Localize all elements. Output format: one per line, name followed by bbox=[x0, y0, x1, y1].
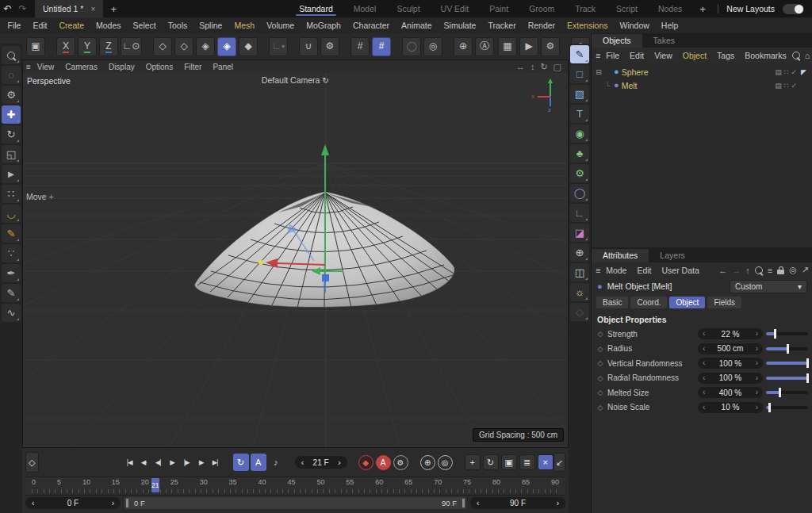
workplane-mode-button[interactable]: ∟▪ bbox=[269, 37, 288, 56]
expander-icon[interactable]: ⊟ bbox=[595, 68, 603, 76]
menu-item[interactable]: Window bbox=[614, 21, 655, 30]
target-icon[interactable]: ◎ bbox=[789, 265, 797, 275]
next-frame-button[interactable]: |▶ bbox=[180, 454, 193, 471]
record-position-button[interactable]: ⊕ bbox=[420, 455, 435, 470]
make-editable-button[interactable]: ▣ bbox=[26, 37, 45, 56]
dope-sheet-button[interactable]: ↙ bbox=[553, 453, 565, 472]
loop-playback-button[interactable]: ↻ bbox=[233, 454, 249, 471]
tweak-selection-button[interactable]: ⚙ bbox=[2, 86, 21, 104]
home-icon[interactable]: ⌂ bbox=[805, 51, 810, 60]
decrement-icon[interactable]: ‹ bbox=[703, 389, 705, 396]
range-end-value[interactable]: 90 F bbox=[510, 499, 526, 507]
add-layout-button[interactable]: + bbox=[692, 3, 713, 15]
field-button[interactable]: ◯ bbox=[570, 184, 589, 202]
enabled-check-icon[interactable]: ✓ bbox=[791, 68, 797, 76]
rotation-track-button[interactable]: ↻ bbox=[483, 454, 499, 470]
layer-stack-icon[interactable]: ▤ bbox=[775, 82, 782, 90]
keyframe-selection-button[interactable]: ⚙ bbox=[393, 455, 408, 470]
om-menu-item[interactable]: Object bbox=[678, 51, 711, 60]
attr-menu-item[interactable]: Edit bbox=[632, 266, 656, 275]
autokeying-button[interactable]: A bbox=[376, 455, 391, 470]
property-slider[interactable] bbox=[766, 402, 808, 413]
property-slider[interactable] bbox=[766, 373, 808, 384]
slider-thumb[interactable] bbox=[768, 403, 771, 412]
layout-tab[interactable]: Groom bbox=[519, 0, 565, 17]
current-frame-value[interactable]: 21 F bbox=[313, 458, 329, 467]
property-value-spinner[interactable]: ‹ 500 cm › bbox=[698, 343, 763, 354]
property-value[interactable]: 10 % bbox=[722, 403, 740, 412]
axis-modify-button[interactable]: ◯ bbox=[402, 37, 421, 56]
new-document-tab-button[interactable]: + bbox=[103, 3, 124, 15]
layout-tab[interactable]: Track bbox=[565, 0, 606, 17]
property-slider[interactable] bbox=[766, 387, 808, 398]
lock-x-axis-button[interactable]: X bbox=[56, 37, 75, 56]
increment-icon[interactable]: › bbox=[756, 345, 758, 353]
auto-snap-button[interactable]: Ⓐ bbox=[475, 37, 494, 56]
property-value[interactable]: 400 % bbox=[719, 389, 741, 397]
keyframe-diamond-icon[interactable]: ◇ bbox=[596, 330, 604, 338]
viewport-menu-item[interactable]: Panel bbox=[208, 63, 238, 71]
menu-item[interactable]: Character bbox=[347, 21, 395, 30]
prev-key-button[interactable]: ◀∙ bbox=[137, 454, 151, 471]
menu-item[interactable]: Create bbox=[53, 21, 90, 30]
menu-item[interactable]: MoGraph bbox=[301, 21, 347, 30]
polygons-mode-button[interactable]: ◈ bbox=[196, 37, 215, 56]
keyframe-diamond-icon[interactable]: ◇ bbox=[596, 359, 604, 367]
redo-icon[interactable]: ↷ bbox=[15, 3, 30, 14]
axis-center-button[interactable]: ◎ bbox=[423, 37, 442, 56]
layout-tab[interactable]: Script bbox=[606, 0, 648, 17]
layer-stack-icon[interactable]: ▤ bbox=[775, 68, 782, 76]
section-tab[interactable]: Object bbox=[669, 297, 705, 308]
viewport-menu-item[interactable]: Options bbox=[141, 63, 178, 71]
object-name[interactable]: Sphere bbox=[622, 67, 649, 77]
environment-button[interactable]: ⊕ bbox=[570, 243, 589, 262]
prev-frame-button[interactable]: ◀| bbox=[151, 454, 165, 471]
keyframe-diamond-icon[interactable]: ◇ bbox=[596, 345, 604, 353]
property-value[interactable]: 500 cm bbox=[718, 344, 744, 353]
menu-item[interactable]: Extensions bbox=[561, 21, 614, 30]
scale-tool-button[interactable]: ◱ bbox=[2, 145, 21, 163]
layout-tab[interactable]: Standard bbox=[289, 0, 343, 17]
keyframe-diamond-icon[interactable]: ◇ bbox=[596, 404, 604, 412]
decrement-icon[interactable]: ‹ bbox=[703, 359, 705, 367]
layout-tab[interactable]: Nodes bbox=[648, 0, 692, 17]
decrement-icon[interactable]: ‹ bbox=[703, 330, 705, 338]
panel-tab[interactable]: Attributes bbox=[592, 249, 649, 262]
quantize-grid-button[interactable]: # bbox=[372, 37, 391, 56]
set-keyframe-button[interactable]: ◇ bbox=[25, 452, 39, 473]
snap-magnet-button[interactable]: ∪ bbox=[299, 37, 318, 56]
filter-icon[interactable]: ≡ bbox=[768, 266, 772, 275]
new-layouts-button[interactable]: New Layouts bbox=[723, 4, 778, 13]
brush-tool-button[interactable]: ✒ bbox=[2, 264, 21, 282]
property-slider[interactable] bbox=[766, 343, 808, 354]
slider-thumb[interactable] bbox=[806, 358, 809, 368]
range-handle-left[interactable] bbox=[126, 499, 128, 507]
om-menu-item[interactable]: File bbox=[601, 51, 624, 60]
pan-icon[interactable]: ↔ bbox=[516, 62, 525, 72]
blob-tool-button[interactable]: ∵ bbox=[2, 244, 21, 262]
attr-menu-item[interactable]: User Data bbox=[657, 266, 704, 275]
layout-tab[interactable]: Model bbox=[343, 0, 387, 17]
viewport-menu-item[interactable]: Display bbox=[104, 63, 140, 71]
om-hamburger-icon[interactable]: ≡ bbox=[596, 51, 600, 60]
section-tab[interactable]: Coord. bbox=[630, 297, 667, 308]
model-mode-button[interactable]: ◈ bbox=[217, 37, 236, 56]
attr-hamburger-icon[interactable]: ≡ bbox=[596, 266, 600, 275]
motext-button[interactable]: T bbox=[570, 105, 589, 123]
spline-pen-button[interactable]: ✎ bbox=[570, 45, 589, 63]
render-settings-button[interactable]: ⚙ bbox=[541, 37, 560, 56]
range-handle-right[interactable] bbox=[462, 499, 465, 507]
property-slider[interactable] bbox=[766, 358, 808, 369]
snap-3d-button[interactable]: ⊕ bbox=[454, 37, 473, 56]
undo-icon[interactable]: ↶ bbox=[0, 3, 15, 14]
forward-icon[interactable]: → bbox=[732, 266, 741, 275]
search-icon[interactable] bbox=[792, 52, 800, 59]
record-keyframe-button[interactable]: ◆ bbox=[358, 455, 373, 470]
render-view-button[interactable]: ▦ bbox=[498, 37, 517, 56]
slider-thumb[interactable] bbox=[779, 388, 781, 397]
camera-swap-icon[interactable]: ↻ bbox=[322, 75, 329, 85]
subdivision-surface-button[interactable]: ◉ bbox=[570, 124, 589, 143]
generator-button[interactable]: ♣ bbox=[570, 144, 589, 163]
up-icon[interactable]: ↑ bbox=[745, 266, 750, 275]
frame-increment-icon[interactable]: › bbox=[338, 458, 340, 467]
